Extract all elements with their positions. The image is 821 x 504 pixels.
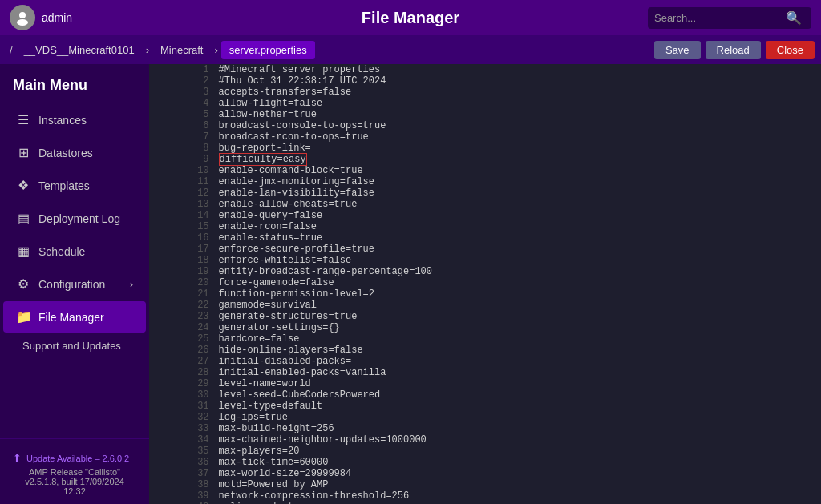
search-input[interactable] xyxy=(654,12,783,24)
sidebar-title: Main Menu xyxy=(0,64,149,103)
header: admin File Manager 🔍 xyxy=(0,0,821,35)
line-number: 13 xyxy=(149,199,216,210)
sidebar-item-configuration[interactable]: ⚙ Configuration › xyxy=(3,268,146,300)
save-button[interactable]: Save xyxy=(654,41,701,59)
line-content: enable-jmx-monitoring=false xyxy=(216,176,821,187)
line-number: 29 xyxy=(149,378,216,389)
file-line: 3accepts-transfers=false xyxy=(149,87,821,98)
breadcrumb-bar: / __VDS__Minecraft0101 › Minecraft › ser… xyxy=(0,35,821,64)
file-editor[interactable]: 1#Minecraft server properties2#Thu Oct 3… xyxy=(149,64,821,504)
file-line: 18enforce-whitelist=false xyxy=(149,255,821,266)
breadcrumb-minecraft[interactable]: Minecraft xyxy=(152,41,211,59)
configuration-icon: ⚙ xyxy=(16,276,30,292)
line-content: max-tick-time=60000 xyxy=(216,457,821,468)
line-number: 4 xyxy=(149,98,216,109)
line-number: 33 xyxy=(149,423,216,434)
reload-button[interactable]: Reload xyxy=(706,41,761,59)
file-line: 15enable-rcon=false xyxy=(149,221,821,232)
version-label: v2.5.1.8, built 17/09/2024 12:32 xyxy=(13,477,136,496)
file-line: 19entity-broadcast-range-percentage=100 xyxy=(149,266,821,277)
file-line: 8bug-report-link= xyxy=(149,143,821,154)
update-available-item[interactable]: ⬆ Update Available – 2.6.0.2 xyxy=(13,447,136,467)
line-number: 30 xyxy=(149,389,216,401)
file-line: 5allow-nether=true xyxy=(149,109,821,120)
line-content: initial-enabled-packs=vanilla xyxy=(216,367,821,378)
svg-point-1 xyxy=(17,19,28,26)
line-content: difficulty=easy xyxy=(216,154,821,165)
line-content: level-seed=CubeCodersPowered xyxy=(216,389,821,401)
line-content: entity-broadcast-range-percentage=100 xyxy=(216,266,821,277)
line-content: enable-allow-cheats=true xyxy=(216,199,821,210)
line-content: log-ips=true xyxy=(216,412,821,423)
sidebar: Main Menu ☰ Instances ⊞ Datastores ❖ Tem… xyxy=(0,64,149,504)
line-number: 31 xyxy=(149,401,216,412)
file-line: 30level-seed=CubeCodersPowered xyxy=(149,389,821,401)
file-line: 38motd=Powered by AMP xyxy=(149,479,821,490)
file-line: 31level-type=default xyxy=(149,401,821,412)
file-line: 11enable-jmx-monitoring=false xyxy=(149,176,821,187)
line-content: max-chained-neighbor-updates=1000000 xyxy=(216,434,821,446)
line-number: 15 xyxy=(149,221,216,232)
line-content: enforce-secure-profile=true xyxy=(216,244,821,255)
breadcrumb-actions: Save Reload Close xyxy=(654,41,815,59)
update-label: Update Available – 2.6.0.2 xyxy=(26,454,129,463)
line-number: 12 xyxy=(149,187,216,199)
templates-icon: ❖ xyxy=(16,178,30,193)
line-content: gamemode=survival xyxy=(216,300,821,311)
file-line: 6broadcast-console-to-ops=true xyxy=(149,120,821,131)
breadcrumb-vds[interactable]: __VDS__Minecraft0101 xyxy=(16,41,143,59)
file-line: 16enable-status=true xyxy=(149,232,821,244)
line-number: 8 xyxy=(149,143,216,154)
sidebar-item-templates[interactable]: ❖ Templates xyxy=(3,170,146,201)
instances-icon: ☰ xyxy=(16,112,30,127)
line-content: broadcast-console-to-ops=true xyxy=(216,120,821,131)
sidebar-item-deployment-log-label: Deployment Log xyxy=(38,212,120,225)
file-line: 39network-compression-threshold=256 xyxy=(149,490,821,502)
file-line: 21function-permission-level=2 xyxy=(149,288,821,300)
username-label: admin xyxy=(42,11,72,24)
line-content: level-type=default xyxy=(216,401,821,412)
breadcrumb-file[interactable]: server.properties xyxy=(221,41,315,59)
sidebar-item-schedule[interactable]: ▦ Schedule xyxy=(3,236,146,267)
search-button[interactable]: 🔍 xyxy=(783,10,805,26)
line-content: enable-command-block=true xyxy=(216,165,821,176)
line-content: max-world-size=29999984 xyxy=(216,468,821,479)
line-content: #Minecraft server properties xyxy=(216,64,821,75)
line-number: 14 xyxy=(149,210,216,221)
line-number: 23 xyxy=(149,311,216,322)
sidebar-item-instances[interactable]: ☰ Instances xyxy=(3,104,146,135)
breadcrumb-root-sep: / xyxy=(6,44,16,56)
search-box: 🔍 xyxy=(648,7,811,29)
file-line: 24generator-settings={} xyxy=(149,322,821,333)
line-number: 17 xyxy=(149,244,216,255)
line-content: #Thu Oct 31 22:38:17 UTC 2024 xyxy=(216,75,821,87)
file-lines: 1#Minecraft server properties2#Thu Oct 3… xyxy=(149,64,821,504)
file-line: 29level-name=world xyxy=(149,378,821,389)
sidebar-item-support[interactable]: Support and Updates xyxy=(0,333,149,358)
sidebar-item-datastores-label: Datastores xyxy=(38,147,93,159)
avatar xyxy=(10,5,35,30)
line-content: allow-flight=false xyxy=(216,98,821,109)
line-content: enable-rcon=false xyxy=(216,221,821,232)
line-number: 21 xyxy=(149,288,216,300)
line-number: 28 xyxy=(149,367,216,378)
line-content: generate-structures=true xyxy=(216,311,821,322)
svg-point-0 xyxy=(19,12,26,18)
close-button[interactable]: Close xyxy=(766,41,815,59)
line-number: 2 xyxy=(149,75,216,87)
file-line: 7broadcast-rcon-to-ops=true xyxy=(149,131,821,143)
sidebar-item-file-manager[interactable]: 📁 File Manager xyxy=(3,301,146,333)
line-content: generator-settings={} xyxy=(216,322,821,333)
app-title: File Manager xyxy=(362,9,459,27)
line-number: 35 xyxy=(149,446,216,457)
sidebar-item-deployment-log[interactable]: ▤ Deployment Log xyxy=(3,203,146,234)
line-content: enable-lan-visibility=false xyxy=(216,187,821,199)
line-number: 7 xyxy=(149,131,216,143)
line-content: broadcast-rcon-to-ops=true xyxy=(216,131,821,143)
sidebar-item-support-label: Support and Updates xyxy=(22,340,121,352)
sidebar-item-datastores[interactable]: ⊞ Datastores xyxy=(3,137,146,168)
line-number: 26 xyxy=(149,345,216,356)
file-manager-icon: 📁 xyxy=(16,309,30,325)
file-line: 17enforce-secure-profile=true xyxy=(149,244,821,255)
line-number: 27 xyxy=(149,356,216,367)
